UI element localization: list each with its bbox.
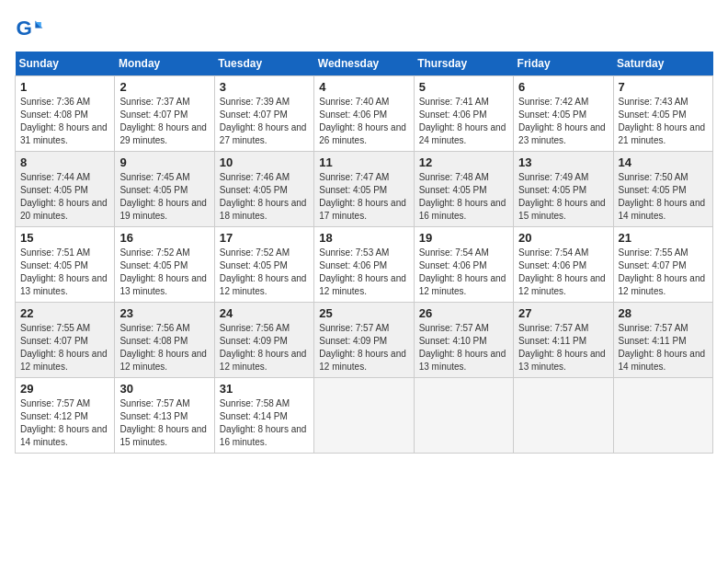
calendar-cell: 17Sunrise: 7:52 AMSunset: 4:05 PMDayligh… bbox=[214, 227, 313, 303]
day-info: Sunrise: 7:56 AMSunset: 4:08 PMDaylight:… bbox=[119, 322, 209, 373]
day-info: Sunrise: 7:41 AMSunset: 4:06 PMDaylight:… bbox=[419, 96, 508, 147]
day-number: 8 bbox=[20, 155, 109, 169]
calendar-cell: 7Sunrise: 7:43 AMSunset: 4:05 PMDaylight… bbox=[613, 76, 712, 152]
column-header-thursday: Thursday bbox=[414, 52, 513, 76]
day-info: Sunrise: 7:51 AMSunset: 4:05 PMDaylight:… bbox=[20, 247, 109, 298]
day-info: Sunrise: 7:56 AMSunset: 4:09 PMDaylight:… bbox=[220, 322, 309, 373]
day-info: Sunrise: 7:44 AMSunset: 4:05 PMDaylight:… bbox=[20, 171, 109, 223]
calendar-week-1: 1Sunrise: 7:36 AMSunset: 4:08 PMDaylight… bbox=[16, 76, 713, 152]
calendar-cell: 22Sunrise: 7:55 AMSunset: 4:07 PMDayligh… bbox=[16, 303, 115, 378]
calendar-cell: 11Sunrise: 7:47 AMSunset: 4:05 PMDayligh… bbox=[314, 152, 414, 227]
calendar-cell: 27Sunrise: 7:57 AMSunset: 4:11 PMDayligh… bbox=[514, 303, 613, 378]
day-number: 30 bbox=[119, 382, 209, 396]
day-number: 18 bbox=[319, 231, 408, 245]
calendar-cell: 2Sunrise: 7:37 AMSunset: 4:07 PMDaylight… bbox=[115, 76, 214, 152]
day-number: 5 bbox=[419, 80, 508, 94]
day-info: Sunrise: 7:55 AMSunset: 4:07 PMDaylight:… bbox=[20, 322, 109, 373]
day-number: 19 bbox=[419, 231, 508, 245]
day-info: Sunrise: 7:57 AMSunset: 4:10 PMDaylight:… bbox=[419, 322, 508, 373]
calendar-week-5: 29Sunrise: 7:57 AMSunset: 4:12 PMDayligh… bbox=[16, 378, 713, 454]
calendar-cell: 15Sunrise: 7:51 AMSunset: 4:05 PMDayligh… bbox=[16, 227, 115, 303]
calendar-cell: 19Sunrise: 7:54 AMSunset: 4:06 PMDayligh… bbox=[414, 227, 513, 303]
day-number: 14 bbox=[619, 155, 708, 169]
day-number: 11 bbox=[319, 155, 408, 169]
calendar-cell bbox=[613, 378, 712, 454]
calendar-cell: 10Sunrise: 7:46 AMSunset: 4:05 PMDayligh… bbox=[214, 152, 313, 227]
day-info: Sunrise: 7:46 AMSunset: 4:05 PMDaylight:… bbox=[220, 171, 309, 223]
day-number: 16 bbox=[119, 231, 209, 245]
calendar-cell: 28Sunrise: 7:57 AMSunset: 4:11 PMDayligh… bbox=[613, 303, 712, 378]
day-info: Sunrise: 7:55 AMSunset: 4:07 PMDaylight:… bbox=[619, 247, 708, 298]
calendar-cell: 31Sunrise: 7:58 AMSunset: 4:14 PMDayligh… bbox=[214, 378, 313, 454]
column-header-saturday: Saturday bbox=[613, 52, 712, 76]
calendar-cell bbox=[414, 378, 513, 454]
day-number: 9 bbox=[119, 155, 209, 169]
calendar-cell: 4Sunrise: 7:40 AMSunset: 4:06 PMDaylight… bbox=[314, 76, 414, 152]
calendar-week-2: 8Sunrise: 7:44 AMSunset: 4:05 PMDaylight… bbox=[16, 152, 713, 227]
calendar-cell: 9Sunrise: 7:45 AMSunset: 4:05 PMDaylight… bbox=[115, 152, 214, 227]
day-number: 25 bbox=[319, 306, 408, 320]
day-number: 31 bbox=[220, 382, 309, 396]
calendar-cell: 16Sunrise: 7:52 AMSunset: 4:05 PMDayligh… bbox=[115, 227, 214, 303]
day-number: 7 bbox=[619, 80, 708, 94]
day-number: 1 bbox=[20, 80, 109, 94]
day-number: 2 bbox=[119, 80, 209, 94]
day-number: 23 bbox=[119, 306, 209, 320]
day-info: Sunrise: 7:43 AMSunset: 4:05 PMDaylight:… bbox=[619, 96, 708, 147]
day-number: 6 bbox=[518, 80, 608, 94]
calendar-cell: 25Sunrise: 7:57 AMSunset: 4:09 PMDayligh… bbox=[314, 303, 414, 378]
day-number: 22 bbox=[20, 306, 109, 320]
logo: G bbox=[15, 15, 48, 44]
page-header: G bbox=[15, 15, 713, 44]
day-info: Sunrise: 7:45 AMSunset: 4:05 PMDaylight:… bbox=[119, 171, 209, 223]
calendar-cell: 14Sunrise: 7:50 AMSunset: 4:05 PMDayligh… bbox=[613, 152, 712, 227]
day-number: 3 bbox=[220, 80, 309, 94]
day-info: Sunrise: 7:40 AMSunset: 4:06 PMDaylight:… bbox=[319, 96, 408, 147]
day-info: Sunrise: 7:49 AMSunset: 4:05 PMDaylight:… bbox=[518, 171, 608, 223]
calendar-week-3: 15Sunrise: 7:51 AMSunset: 4:05 PMDayligh… bbox=[16, 227, 713, 303]
day-info: Sunrise: 7:37 AMSunset: 4:07 PMDaylight:… bbox=[119, 96, 209, 147]
day-number: 28 bbox=[619, 306, 708, 320]
column-header-wednesday: Wednesday bbox=[314, 52, 414, 76]
day-info: Sunrise: 7:58 AMSunset: 4:14 PMDaylight:… bbox=[220, 397, 309, 449]
day-info: Sunrise: 7:57 AMSunset: 4:12 PMDaylight:… bbox=[20, 397, 109, 449]
calendar-cell: 6Sunrise: 7:42 AMSunset: 4:05 PMDaylight… bbox=[514, 76, 613, 152]
calendar-cell: 24Sunrise: 7:56 AMSunset: 4:09 PMDayligh… bbox=[214, 303, 313, 378]
day-number: 29 bbox=[20, 382, 109, 396]
calendar-cell bbox=[514, 378, 613, 454]
day-info: Sunrise: 7:50 AMSunset: 4:05 PMDaylight:… bbox=[619, 171, 708, 223]
day-number: 21 bbox=[619, 231, 708, 245]
calendar-cell: 23Sunrise: 7:56 AMSunset: 4:08 PMDayligh… bbox=[115, 303, 214, 378]
day-number: 13 bbox=[518, 155, 608, 169]
day-number: 20 bbox=[518, 231, 608, 245]
day-info: Sunrise: 7:39 AMSunset: 4:07 PMDaylight:… bbox=[220, 96, 309, 147]
day-info: Sunrise: 7:57 AMSunset: 4:11 PMDaylight:… bbox=[619, 322, 708, 373]
calendar-table: SundayMondayTuesdayWednesdayThursdayFrid… bbox=[15, 52, 713, 454]
calendar-cell: 26Sunrise: 7:57 AMSunset: 4:10 PMDayligh… bbox=[414, 303, 513, 378]
calendar-cell: 1Sunrise: 7:36 AMSunset: 4:08 PMDaylight… bbox=[16, 76, 115, 152]
column-header-monday: Monday bbox=[115, 52, 214, 76]
calendar-cell: 20Sunrise: 7:54 AMSunset: 4:06 PMDayligh… bbox=[514, 227, 613, 303]
day-info: Sunrise: 7:36 AMSunset: 4:08 PMDaylight:… bbox=[20, 96, 109, 147]
logo-icon: G bbox=[15, 15, 44, 44]
calendar-cell: 21Sunrise: 7:55 AMSunset: 4:07 PMDayligh… bbox=[613, 227, 712, 303]
column-headers: SundayMondayTuesdayWednesdayThursdayFrid… bbox=[16, 52, 713, 76]
day-info: Sunrise: 7:52 AMSunset: 4:05 PMDaylight:… bbox=[119, 247, 209, 298]
day-info: Sunrise: 7:42 AMSunset: 4:05 PMDaylight:… bbox=[518, 96, 608, 147]
day-number: 15 bbox=[20, 231, 109, 245]
calendar-cell: 13Sunrise: 7:49 AMSunset: 4:05 PMDayligh… bbox=[514, 152, 613, 227]
column-header-tuesday: Tuesday bbox=[214, 52, 313, 76]
day-info: Sunrise: 7:57 AMSunset: 4:09 PMDaylight:… bbox=[319, 322, 408, 373]
column-header-friday: Friday bbox=[514, 52, 613, 76]
day-info: Sunrise: 7:57 AMSunset: 4:13 PMDaylight:… bbox=[119, 397, 209, 449]
column-header-sunday: Sunday bbox=[16, 52, 115, 76]
calendar-cell: 8Sunrise: 7:44 AMSunset: 4:05 PMDaylight… bbox=[16, 152, 115, 227]
day-info: Sunrise: 7:47 AMSunset: 4:05 PMDaylight:… bbox=[319, 171, 408, 223]
calendar-cell: 5Sunrise: 7:41 AMSunset: 4:06 PMDaylight… bbox=[414, 76, 513, 152]
day-info: Sunrise: 7:48 AMSunset: 4:05 PMDaylight:… bbox=[419, 171, 508, 223]
day-number: 10 bbox=[220, 155, 309, 169]
day-info: Sunrise: 7:52 AMSunset: 4:05 PMDaylight:… bbox=[220, 247, 309, 298]
calendar-cell: 3Sunrise: 7:39 AMSunset: 4:07 PMDaylight… bbox=[214, 76, 313, 152]
calendar-cell: 18Sunrise: 7:53 AMSunset: 4:06 PMDayligh… bbox=[314, 227, 414, 303]
day-info: Sunrise: 7:53 AMSunset: 4:06 PMDaylight:… bbox=[319, 247, 408, 298]
